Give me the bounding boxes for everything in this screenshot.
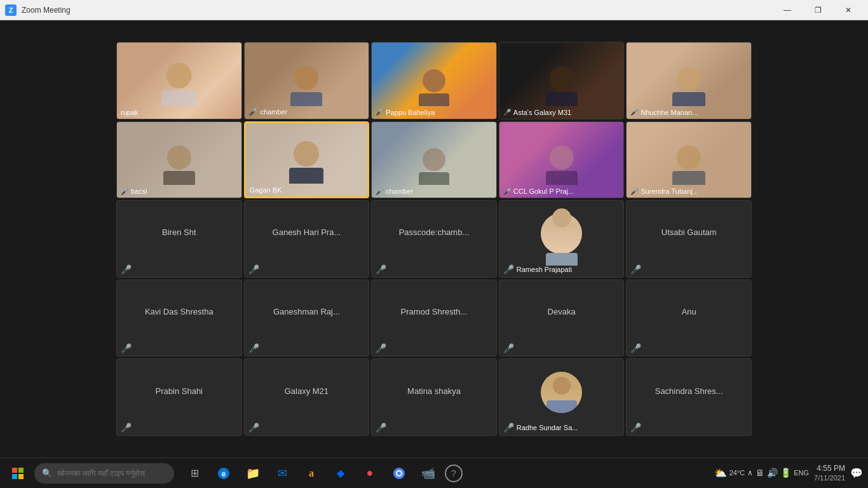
participant-gagan[interactable]: Gagan BK — [244, 121, 370, 199]
participant-ramesh-label: 🎤 Ramesh Prajapati — [503, 264, 620, 274]
participant-surendra[interactable]: 🎤 Surendra Tubanj... — [626, 121, 752, 199]
participant-ganesh[interactable]: Ganesh Hari Pra... 🎤 — [244, 200, 370, 278]
notification-icon[interactable]: 💬 — [850, 467, 863, 479]
video-grid: rupak 🎤 chamber 🎤 Pappu Baheliya — [116, 42, 752, 436]
title-bar-left: Z Zoom Meeting — [5, 4, 71, 16]
participant-pramod-mute: 🎤 — [376, 343, 492, 353]
taskbar-apps: ⊞ e 📁 ✉ a ◆ ● 📹 ? — [182, 461, 463, 486]
participant-devaka-name: Devaka — [545, 307, 578, 316]
participant-kavi-name: Kavi Das Shrestha — [142, 307, 216, 316]
zoom-main: rupak 🎤 chamber 🎤 Pappu Baheliya — [0, 20, 868, 458]
clock: 4:55 PM 7/11/2021 — [814, 464, 845, 483]
participant-nhuchhe-label: 🎤 Nhuchhe Manan... — [630, 109, 747, 116]
participant-matina-name: Matina shakya — [405, 386, 463, 396]
dropbox-icon[interactable]: ◆ — [328, 461, 353, 486]
participant-prabin-mute: 🎤 — [121, 423, 238, 433]
window-title: Zoom Meeting — [22, 6, 71, 15]
participant-rupak[interactable]: rupak — [116, 42, 242, 119]
participant-anu[interactable]: Anu 🎤 — [626, 280, 752, 357]
svg-rect-2 — [12, 474, 17, 479]
participant-galaxy-name: Galaxy M21 — [282, 386, 331, 396]
participant-biren-name: Biren Sht — [159, 227, 198, 237]
participant-biren[interactable]: Biren Sht 🎤 — [116, 200, 242, 278]
weather-icon: ⛅ — [714, 467, 727, 479]
participant-pappu-label: 🎤 Pappu Baheliya — [376, 109, 492, 116]
participant-anu-mute: 🎤 — [630, 343, 747, 353]
participant-radhe-label: 🎤 Radhe Sundar Sa... — [503, 423, 620, 433]
participant-bacsi-label: 🎤 bacsi — [121, 187, 238, 195]
battery-icon[interactable]: 🔋 — [780, 468, 791, 478]
window-controls[interactable]: — ❐ ✕ — [773, 0, 863, 20]
participant-kavi-mute: 🎤 — [121, 343, 238, 353]
participant-asta-label: 🎤 Asta's Galaxy M31 — [503, 109, 620, 116]
participant-ganesh-name: Ganesh Hari Pra... — [270, 227, 344, 237]
participant-ganeshman-name: Ganeshman Raj... — [271, 307, 342, 316]
participant-chamber1[interactable]: 🎤 chamber — [244, 42, 370, 119]
participant-ccl-label: 🎤 CCL Gokul P Praj... — [503, 187, 620, 195]
participant-ccl[interactable]: 🎤 CCL Gokul P Praj... — [499, 121, 625, 199]
svg-rect-0 — [12, 468, 17, 473]
chrome-icon[interactable] — [386, 461, 412, 486]
participant-prabin[interactable]: Prabin Shahi 🎤 — [116, 358, 242, 436]
participant-pramod[interactable]: Pramod Shresth... 🎤 — [371, 280, 497, 357]
help-icon[interactable]: ? — [445, 464, 463, 482]
participant-chamber1-label: 🎤 chamber — [248, 107, 365, 116]
participant-kavi[interactable]: Kavi Das Shrestha 🎤 — [116, 280, 242, 357]
taskbar-right: ⛅ 24°C ∧ 🖥 🔊 🔋 ENG 4:55 PM 7/11/2021 💬 — [714, 464, 863, 483]
participant-devaka-mute: 🎤 — [503, 343, 620, 353]
network-icon[interactable]: 🖥 — [756, 468, 764, 478]
participant-sachindra-name: Sachindra Shres... — [653, 386, 726, 396]
search-input[interactable] — [57, 469, 159, 478]
email-icon[interactable]: ✉ — [269, 461, 295, 486]
participant-pramod-name: Pramod Shresth... — [398, 307, 470, 316]
minimize-button[interactable]: — — [773, 0, 802, 20]
svg-rect-3 — [18, 474, 24, 479]
close-button[interactable]: ✕ — [834, 0, 863, 20]
chevron-up-icon[interactable]: ∧ — [747, 468, 753, 477]
start-button[interactable] — [5, 461, 31, 486]
participant-sachindra[interactable]: Sachindra Shres... 🎤 — [626, 358, 752, 436]
participant-utsabi-mute: 🎤 — [630, 264, 747, 274]
search-bar[interactable]: 🔍 — [34, 463, 174, 484]
task-view-button[interactable]: ⊞ — [182, 461, 207, 486]
participant-galaxy[interactable]: Galaxy M21 🎤 — [244, 358, 370, 436]
participant-devaka[interactable]: Devaka 🎤 — [499, 280, 625, 357]
taskbar: 🔍 ⊞ e 📁 ✉ a ◆ ● 📹 ? ⛅ 24°C — [0, 458, 868, 488]
participant-asta[interactable]: 🎤 Asta's Galaxy M31 — [499, 42, 625, 119]
participant-sachindra-mute: 🎤 — [630, 423, 747, 433]
search-icon: 🔍 — [42, 468, 52, 478]
participant-matina[interactable]: Matina shakya 🎤 — [371, 358, 497, 436]
participant-radhe[interactable]: 🎤 Radhe Sundar Sa... — [499, 358, 625, 436]
amazon-icon[interactable]: a — [299, 461, 324, 486]
edge-icon[interactable]: e — [211, 461, 236, 486]
participant-passcode-name: Passcode:chamb... — [397, 227, 472, 237]
system-tray: ⛅ 24°C ∧ 🖥 🔊 🔋 ENG — [714, 467, 809, 479]
file-explorer-icon[interactable]: 📁 — [240, 461, 266, 486]
maximize-button[interactable]: ❐ — [803, 0, 832, 20]
participant-utsabi-name: Utsabi Gautam — [659, 227, 719, 237]
time-display: 4:55 PM — [814, 464, 845, 474]
temperature: 24°C — [729, 469, 745, 477]
participant-chamber2[interactable]: 🎤 chamber — [371, 121, 497, 199]
participant-biren-mute: 🎤 — [121, 264, 238, 274]
participant-chamber2-label: 🎤 chamber — [376, 187, 492, 195]
participant-rupak-label: rupak — [121, 109, 238, 116]
participant-ramesh[interactable]: 🎤 Ramesh Prajapati — [499, 200, 625, 278]
zoom-taskbar-icon[interactable]: 📹 — [416, 461, 441, 486]
volume-icon[interactable]: 🔊 — [767, 468, 778, 478]
participant-gagan-label: Gagan BK — [250, 186, 364, 194]
participant-anu-name: Anu — [679, 307, 699, 316]
participant-ganeshman-mute: 🎤 — [248, 343, 365, 353]
unknown-app-icon[interactable]: ● — [357, 461, 383, 486]
participant-bacsi[interactable]: 🎤 bacsi — [116, 121, 242, 199]
participant-ganesh-mute: 🎤 — [248, 264, 365, 274]
participant-utsabi[interactable]: Utsabi Gautam 🎤 — [626, 200, 752, 278]
participant-pappu[interactable]: 🎤 Pappu Baheliya — [371, 42, 497, 119]
language-label[interactable]: ENG — [794, 469, 809, 477]
participant-prabin-name: Prabin Shahi — [153, 386, 205, 396]
participant-nhuchhe[interactable]: 🎤 Nhuchhe Manan... — [626, 42, 752, 119]
participant-passcode[interactable]: Passcode:chamb... 🎤 — [371, 200, 497, 278]
participant-ganeshman[interactable]: Ganeshman Raj... 🎤 — [244, 280, 370, 357]
svg-point-8 — [397, 471, 401, 475]
title-bar: Z Zoom Meeting — ❐ ✕ — [0, 0, 868, 20]
